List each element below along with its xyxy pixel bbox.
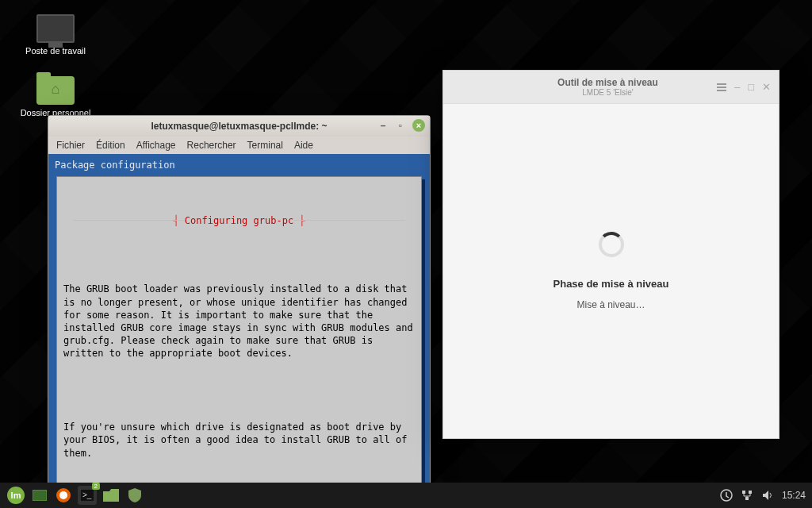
- taskbar-clock[interactable]: 15:24: [782, 490, 806, 501]
- files-launcher[interactable]: [102, 486, 121, 505]
- svg-rect-0: [33, 490, 47, 501]
- folder-icon: [103, 489, 119, 502]
- grub-dialog: ┤ Configuring grub-pc ├ The GRUB boot lo…: [56, 176, 422, 508]
- menu-file[interactable]: Fichier: [56, 140, 85, 151]
- menu-search[interactable]: Rechercher: [187, 140, 236, 151]
- svg-rect-6: [742, 491, 745, 494]
- upgrade-titlebar[interactable]: Outil de mise à niveau LMDE 5 'Elsie' – …: [443, 71, 779, 104]
- svg-rect-7: [749, 491, 752, 494]
- package-config-header: Package configuration: [52, 157, 427, 176]
- close-button[interactable]: ×: [412, 119, 425, 132]
- folder-home-icon: [36, 76, 75, 105]
- maximize-button[interactable]: ▫: [395, 120, 406, 131]
- shield-icon: [128, 488, 141, 502]
- terminal-title: letuxmasque@letuxmasque-pcllmde: ~: [151, 121, 327, 132]
- firefox-launcher[interactable]: [54, 486, 73, 505]
- terminal-window: letuxmasque@letuxmasque-pcllmde: ~ – ▫ ×…: [48, 115, 431, 508]
- grub-text-p2: If you're unsure which drive is designat…: [63, 421, 415, 460]
- start-menu-button[interactable]: lm: [6, 486, 25, 505]
- maximize-button[interactable]: □: [748, 81, 754, 93]
- svg-text:>_: >_: [82, 491, 92, 499]
- menu-edit[interactable]: Édition: [96, 140, 125, 151]
- upgrade-status: Mise à niveau…: [576, 299, 645, 310]
- tray-updates-icon[interactable]: [720, 489, 733, 502]
- tray-network-icon[interactable]: [741, 489, 753, 502]
- menu-view[interactable]: Affichage: [136, 140, 176, 151]
- upgrade-phase: Phase de mise à niveau: [553, 278, 669, 290]
- terminal-titlebar[interactable]: letuxmasque@letuxmasque-pcllmde: ~ – ▫ ×: [48, 116, 430, 137]
- taskbar: lm >_ 15:24: [0, 483, 812, 508]
- upgrade-title: Outil de mise à niveau: [499, 77, 717, 88]
- spinner-icon: [599, 232, 624, 257]
- upgrade-body: Phase de mise à niveau Mise à niveau…: [443, 104, 779, 438]
- upgrade-subtitle: LMDE 5 'Elsie': [499, 88, 717, 97]
- minimize-button[interactable]: –: [377, 120, 389, 131]
- close-button[interactable]: ✕: [762, 81, 771, 93]
- mint-logo-icon: lm: [7, 487, 25, 504]
- svg-point-2: [59, 491, 67, 499]
- terminal-launcher[interactable]: >_: [78, 486, 97, 505]
- terminal-menubar: Fichier Édition Affichage Rechercher Ter…: [48, 137, 430, 154]
- desktop-icon-computer[interactable]: Poste de travail: [20, 14, 91, 56]
- hamburger-icon[interactable]: [717, 83, 726, 91]
- grub-dialog-title: Configuring grub-pc: [185, 215, 293, 226]
- menu-terminal[interactable]: Terminal: [247, 140, 283, 151]
- grub-text-p1: The GRUB boot loader was previously inst…: [63, 283, 415, 360]
- update-shield-launcher[interactable]: [125, 486, 144, 505]
- tray-volume-icon[interactable]: [761, 489, 774, 502]
- show-desktop-button[interactable]: [30, 486, 49, 505]
- terminal-body[interactable]: Package configuration ┤ Configuring grub…: [48, 154, 430, 508]
- firefox-icon: [56, 487, 71, 503]
- terminal-icon: >_: [80, 489, 94, 502]
- desktop-icon-home[interactable]: Dossier personnel: [20, 76, 91, 117]
- upgrade-window: Outil de mise à niveau LMDE 5 'Elsie' – …: [442, 70, 779, 439]
- menu-help[interactable]: Aide: [294, 140, 313, 151]
- desktop-icon: [33, 490, 47, 501]
- monitor-icon: [36, 14, 75, 43]
- minimize-button[interactable]: –: [734, 81, 740, 93]
